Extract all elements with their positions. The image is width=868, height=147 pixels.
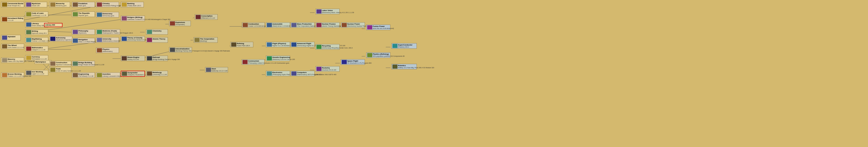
node-theory-of-gravity[interactable]: Theory of Gravity (Astronomy) Newton's C… [121,36,145,41]
steam-engine-sub: Factory 4.0.0.40 [127,59,140,60]
node-atomic-theory[interactable]: Atomic Theory [146,37,168,43]
node-the-corporation[interactable]: The Corporation (Banking) [193,37,218,43]
philosophy-icon [73,30,78,34]
node-medicine[interactable]: Medicine (Trade) Shakespeare's Theatre 4… [96,29,120,35]
node-chivalry[interactable]: Chivalry (Horseback Riding) Knights 1.2.… [96,2,119,7]
communism-icon [243,60,248,64]
superconductor-icon [393,44,398,48]
node-construction[interactable]: Construction Aqueduct Colosseum Iron Wor… [50,61,71,66]
node-steel[interactable]: Steel Battleship 18.12.4.180 [205,67,228,72]
node-labor-union[interactable]: Labor Union (Electronics) Mech. Infantry… [315,9,340,14]
node-code-of-laws[interactable]: Code of Laws Courthouse 1.1.1.20 [25,11,48,17]
node-communism[interactable]: Communism (Philosophy) United Commune 1.… [242,59,265,65]
physics-title: Physics [102,48,113,51]
node-electronics[interactable]: Electronics (Philosophy) Hydro Plant 240… [266,71,290,76]
node-recycling[interactable]: Recycling (Democracy) Recycling Center C… [315,44,340,50]
banking-icon [122,2,127,7]
engineering-sub: (The Wheel) 2.1.1.30 [78,75,93,77]
genetic-engineering-sub: (Medicine) Cure for Cancer 200 [272,59,295,60]
combustion-icon [243,23,248,27]
node-ceremonial-burial[interactable]: Ceremonial Burial Druid Temple 40.1 [1,2,24,7]
node-currency[interactable]: Currency Marketplace 1.1.1.20 [25,55,48,61]
explosives-title: Explosives [176,21,185,24]
mathematics-title: Mathematics [32,47,45,49]
superconductor-sub: (Plastics) 200.4 [398,46,412,48]
chemistry-icon [147,30,152,34]
node-gunpowder[interactable]: Gunpowder (Saltpeter) Musketeers 2.3.1.1… [121,71,145,77]
node-genetic-engineering[interactable]: Genetic Engineering (Medicine) Cure for … [266,56,290,61]
node-library-300[interactable]: Library 300 [44,23,62,27]
recycling-title: Recycling [322,45,352,47]
node-masonry[interactable]: Masonry Palace 200 City Walls 130.7 Grea… [1,57,24,63]
node-marketplace[interactable]: Marketplace [34,60,52,64]
code-of-laws-sub: Courthouse 1.1.1.20 [32,14,46,16]
node-rocketry[interactable]: Rocketry (Nuclear) 09.16.100 [315,66,340,72]
labor-union-icon [316,9,321,13]
node-invention[interactable]: Invention (Library) Leonardo's Workshop … [96,72,120,78]
node-horseback-riding[interactable]: Horseback Riding 1.2.1.20 [1,17,24,22]
node-space-flight[interactable]: Space Flight SS Structural 3.1 Po Progra… [341,59,365,65]
node-philosophy[interactable]: Philosophy (Mysticism) [72,29,95,35]
fusion-power-sub: (from the mix of all advanced) [373,28,394,29]
communism-sub: (Philosophy) United Commune 1.5.1.20 Com… [248,62,289,64]
node-nuclear-fission[interactable]: Nuclear Fission (Atomic Theory) Manhatta… [315,22,340,28]
construction-icon [50,62,55,66]
refining-icon [231,42,236,47]
node-plastics[interactable]: Plastics (Refining) 50% population pollu… [366,52,391,58]
node-the-wheel[interactable]: The Wheel LE/A Chariot 1.2.1.1.40 [1,43,24,49]
node-iron-working[interactable]: Iron Working Legion 1.1.1.1.20 [25,70,48,76]
plastics-sub: 50% population pollution SS Components 6… [373,55,405,57]
physics-sub: (Mathematics) [102,51,113,52]
node-mysticism[interactable]: Mysticism Oracle 100 [25,2,47,7]
node-mathematics[interactable]: Mathematics Catapult 1.1.1.1.40 [25,46,48,52]
node-writing[interactable]: Writing Diplomat Library 80.1 [25,29,48,35]
node-robotics[interactable]: Robotics Artillery 14.2 Now Mfg. Plant 3… [392,64,417,69]
fusion-power-icon [367,25,372,29]
node-alphabet[interactable]: Alphabet [1,35,21,40]
node-engineering[interactable]: Engineering (The Wheel) 2.1.1.30 [72,72,95,78]
node-explosives[interactable]: Explosives (Gunpowder) [169,21,191,26]
node-astronomy[interactable]: Astronomy (Mysticism) Copernicus' Observ… [50,36,72,41]
node-bridge-building[interactable]: Bridge Building Bridge Roads SS Structur… [72,61,95,66]
the-republic-icon [73,12,78,16]
node-superconductor[interactable]: SuperConductor (Plastics) 200.4 [392,43,417,49]
node-refining[interactable]: Refining Power Plant 180.4 [230,42,253,47]
node-computers[interactable]: Computers (Mathematics) SETS Program 820 [290,71,315,76]
space-flight-icon [342,60,347,64]
the-corporation-title: The Corporation [200,38,214,40]
electronics-icon [267,71,272,76]
democracy-sub: Democracy govt. [102,15,115,17]
node-nuclear-power[interactable]: Nuclear Power (Electronics) Nuclear Plan… [341,22,365,28]
node-mass-production[interactable]: Mass Production (The Corporation) Salesm… [290,22,315,28]
node-democracy[interactable]: Democracy Democracy govt. [96,12,119,18]
recycling-icon [316,45,321,49]
node-chemistry[interactable]: Chemistry [146,29,168,35]
node-feudalism[interactable]: Feudalism Pawn govt. [72,2,95,7]
node-railroad[interactable]: Railroad (Bridge Building) Darwin's Voya… [146,56,168,61]
node-conscription[interactable]: Conscription (Riflemen) 1.5.1.10 [195,14,218,20]
node-advanced-flight[interactable]: Advanced Flight (Democracy) Fighter 6.1.… [290,42,315,47]
node-flight[interactable]: Flight (Physics) Fighter 4.2.1.60 Bomber… [266,42,290,47]
node-trade[interactable]: Trade (Code of Laws) Caravan 1.1.1.1.20 [50,67,71,72]
node-navigation[interactable]: Navigation (Sail) 1.1.3.40(2) Magellan's… [72,38,95,43]
bridge-building-title: Bridge Building [78,62,104,64]
node-fusion-power[interactable]: Fusion Power (from the mix of all advanc… [366,25,391,30]
node-mapmaking[interactable]: MapMaking Trireme 1.0.3.40(2) 1.0.4.1.40… [25,37,48,43]
writing-icon [26,30,31,34]
node-monarchy[interactable]: Monarchy Monarchy govt. [50,2,70,7]
religion-icon [122,16,127,21]
node-bronze-working[interactable]: Bronze Working Phalanx 1.2.1.1.20 Coloss… [1,72,24,78]
node-university[interactable]: University (Mathematics) University 100.… [96,37,119,43]
node-automobile[interactable]: Automobile (Steel) Armor 1.3.5.80.80 Sal… [266,22,290,28]
medicine-sub: Shakespeare's Theatre 400 Penguin 100.3 [102,32,133,34]
node-industrialization[interactable]: Industrialization (Banking) Factory 200.… [169,47,192,53]
node-religion[interactable]: Religion (Writing) Cathedral J.S.Bach's … [121,16,145,21]
node-the-republic[interactable]: The Republic Republic govt. [72,11,95,17]
marketplace-title: Marketplace [35,61,46,63]
node-metallurgy[interactable]: Metallurgy (University) 1.1.1.40 [146,71,168,76]
node-steam-engine[interactable]: Steam Engine Factory 4.0.0.40 [121,56,145,61]
node-banking[interactable]: Banking (Trade) Bank 120.3 [121,2,144,7]
node-combustion[interactable]: Combustion Cruiser 1.3.5.0.80 Armor 6.8.… [242,22,265,28]
node-physics[interactable]: Physics (Mathematics) [96,48,119,53]
nuclear-power-icon [342,23,347,27]
